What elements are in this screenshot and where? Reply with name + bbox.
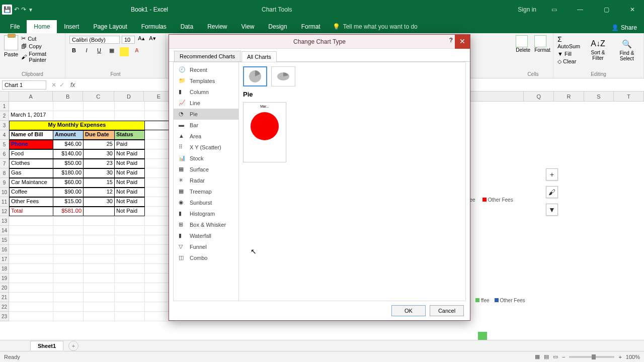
dialog-help-icon[interactable]: ? xyxy=(449,37,453,44)
chart-mini-preview[interactable]: Mar... xyxy=(243,102,286,162)
tab-page-layout[interactable]: Page Layout xyxy=(86,20,134,33)
copy-button[interactable]: 🗐Copy xyxy=(21,43,61,49)
cell[interactable] xyxy=(53,216,84,226)
tab-review[interactable]: Review xyxy=(200,20,234,33)
dialog-tab-all-charts[interactable]: All Charts xyxy=(242,51,277,62)
paste-button[interactable]: Paste xyxy=(4,35,18,57)
cell[interactable] xyxy=(115,216,145,226)
cell[interactable] xyxy=(53,274,84,283)
cell[interactable] xyxy=(84,235,115,245)
cell-amount[interactable]: $60.00 xyxy=(53,178,84,188)
row-header-7[interactable]: 7 xyxy=(0,159,9,168)
cell[interactable] xyxy=(53,302,84,312)
row-header-20[interactable]: 20 xyxy=(0,283,9,293)
cell[interactable] xyxy=(9,293,53,302)
tab-home[interactable]: Home xyxy=(27,20,57,33)
chart-category-treemap[interactable]: ▦Treemap xyxy=(174,186,238,197)
undo-icon[interactable]: ↶ xyxy=(14,6,19,13)
cell[interactable] xyxy=(53,102,84,111)
chart-category-histogram[interactable]: ▮Histogram xyxy=(174,208,238,219)
cell[interactable] xyxy=(53,264,84,274)
format-painter-button[interactable]: 🖌Format Painter xyxy=(21,51,61,63)
cell-date[interactable]: March 1, 2017 xyxy=(9,111,53,121)
add-sheet-icon[interactable]: + xyxy=(68,341,78,351)
col-header-A[interactable]: A xyxy=(9,92,53,101)
cell[interactable] xyxy=(84,216,115,226)
dialog-tab-recommended[interactable]: Recommended Charts xyxy=(174,51,240,61)
row-header-14[interactable]: 14 xyxy=(0,226,9,235)
row-header-2[interactable]: 2 xyxy=(0,111,9,121)
cell-total-label[interactable]: Total xyxy=(9,207,53,216)
col-header-Q[interactable]: Q xyxy=(524,92,554,101)
chart-category-sunburst[interactable]: ◉Sunburst xyxy=(174,197,238,208)
cell[interactable] xyxy=(53,235,84,245)
chart-category-box-whisker[interactable]: ⊞Box & Whisker xyxy=(174,219,238,230)
cell-status[interactable]: Paid xyxy=(115,140,145,149)
save-icon[interactable]: 💾 xyxy=(2,5,12,15)
chart-category-radar[interactable]: ✳Radar xyxy=(174,175,238,186)
chart-element-plus-icon[interactable]: + xyxy=(546,168,558,180)
delete-icon[interactable] xyxy=(516,35,528,47)
decrease-font-icon[interactable]: A▾ xyxy=(148,35,157,44)
tab-insert[interactable]: Insert xyxy=(57,20,86,33)
cell-status[interactable]: Not Paid xyxy=(115,149,145,159)
pie-subtype-3d[interactable] xyxy=(271,66,295,86)
cell-due[interactable]: 23 xyxy=(84,159,115,168)
tab-design[interactable]: Design xyxy=(261,20,294,33)
qat-dropdown-icon[interactable]: ▼ xyxy=(28,7,33,13)
cell-due[interactable]: 12 xyxy=(84,188,115,197)
cancel-formula-icon[interactable]: ✕ xyxy=(51,81,56,88)
chart-category-line[interactable]: 📈Line xyxy=(174,98,238,109)
ok-button[interactable]: OK xyxy=(391,305,426,316)
zoom-level[interactable]: 100% xyxy=(626,354,640,360)
cell-amount[interactable]: $180.00 xyxy=(53,168,84,178)
cancel-button[interactable]: Cancel xyxy=(430,305,464,316)
cell-bill[interactable]: Food xyxy=(9,149,53,159)
row-header-21[interactable]: 21 xyxy=(0,293,9,302)
cell-amount[interactable]: $90.00 xyxy=(53,188,84,197)
cell[interactable] xyxy=(9,235,53,245)
cell[interactable] xyxy=(115,226,145,235)
chart-category-area[interactable]: ▲Area xyxy=(174,131,238,142)
hdr-due[interactable]: Due Date xyxy=(84,130,115,140)
cell[interactable] xyxy=(9,226,53,235)
cell[interactable] xyxy=(9,245,53,254)
page-layout-view-icon[interactable]: ▤ xyxy=(544,353,549,360)
cell[interactable] xyxy=(115,283,145,293)
tab-view[interactable]: View xyxy=(234,20,262,33)
row-header-23[interactable]: 23 xyxy=(0,312,9,321)
col-header-C[interactable]: C xyxy=(83,92,114,101)
col-header-T[interactable]: T xyxy=(614,92,644,101)
cell[interactable] xyxy=(84,312,115,321)
cell[interactable] xyxy=(115,312,145,321)
font-size-input[interactable]: 10 xyxy=(122,36,135,44)
cell[interactable] xyxy=(115,264,145,274)
cell-status[interactable]: Not Paid xyxy=(115,168,145,178)
fill-button[interactable]: ▼ Fill xyxy=(557,51,582,57)
cell[interactable] xyxy=(53,293,84,302)
cell-amount[interactable]: $50.00 xyxy=(53,159,84,168)
clear-button[interactable]: ◇ Clear xyxy=(557,58,582,65)
dialog-close-icon[interactable]: ✕ xyxy=(455,35,470,49)
cell-bill[interactable]: Car Maintance xyxy=(9,178,53,188)
cell-due[interactable]: 30 xyxy=(84,149,115,159)
cell-bill[interactable]: Gas xyxy=(9,168,53,178)
row-header-9[interactable]: 9 xyxy=(0,178,9,188)
row-header-5[interactable]: 5 xyxy=(0,140,9,149)
enter-formula-icon[interactable]: ✓ xyxy=(59,81,64,88)
hdr-status[interactable]: Status xyxy=(115,130,145,140)
cell-amount[interactable]: $15.00 xyxy=(53,197,84,207)
zoom-in-icon[interactable]: + xyxy=(618,354,621,360)
underline-button[interactable]: U xyxy=(95,47,104,56)
cell[interactable] xyxy=(9,254,53,264)
tab-format[interactable]: Format xyxy=(294,20,328,33)
autosum-button[interactable]: Σ AutoSum xyxy=(557,35,582,49)
row-header-1[interactable]: 1 xyxy=(0,102,9,111)
cell-status[interactable]: Not Paid xyxy=(115,178,145,188)
cell[interactable] xyxy=(9,216,53,226)
row-header-10[interactable]: 10 xyxy=(0,188,9,197)
row-header-13[interactable]: 13 xyxy=(0,216,9,226)
chart-category-funnel[interactable]: ▽Funnel xyxy=(174,241,238,252)
cell[interactable] xyxy=(115,302,145,312)
chart-category-bar[interactable]: ▬Bar xyxy=(174,120,238,131)
